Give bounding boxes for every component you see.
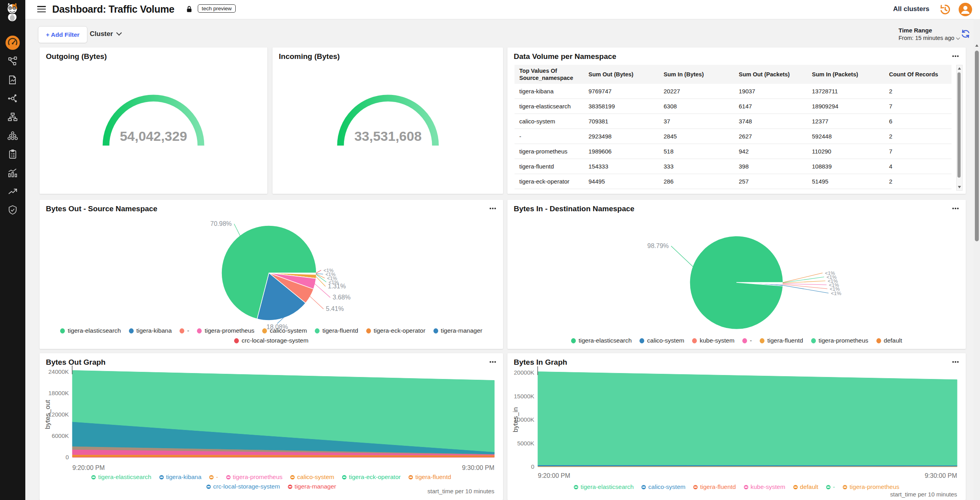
legend-item[interactable]: tigera-prometheus bbox=[843, 483, 899, 490]
legend-item[interactable]: tigera-fluentd bbox=[693, 483, 736, 490]
table-column-header: Sum In (Packets) bbox=[807, 69, 884, 80]
svg-text:bytes_out: bytes_out bbox=[44, 400, 51, 429]
cluster-filter-label: Cluster bbox=[90, 30, 113, 38]
table-column-header: Sum In (Bytes) bbox=[659, 69, 734, 80]
tech-preview-badge: tech preview bbox=[198, 4, 236, 13]
table-row: tigera-prometheus19896065189421102907 bbox=[515, 144, 952, 159]
legend-dot-icon bbox=[744, 485, 748, 489]
cluster-filter-dropdown[interactable]: Cluster bbox=[90, 30, 121, 38]
table-column-header: Sum Out (Packets) bbox=[734, 69, 807, 80]
table-header-row: Top Values Of Source_namespaceSum Out (B… bbox=[515, 65, 952, 84]
legend-item[interactable]: tigera-eck-operator bbox=[342, 473, 401, 480]
legend-item[interactable]: calico-system bbox=[639, 337, 684, 344]
legend-item[interactable]: - bbox=[180, 327, 189, 334]
legend-item[interactable]: tigera-elasticsearch bbox=[571, 337, 632, 344]
svg-text:9:30:00 PM: 9:30:00 PM bbox=[462, 464, 494, 471]
refresh-icon[interactable] bbox=[960, 28, 971, 41]
panel-bytes-out-pie: Bytes Out - Source Namespace <1%<1%<1%<1… bbox=[40, 200, 503, 349]
sidebar-item-sitemap[interactable] bbox=[0, 108, 25, 127]
menu-icon[interactable] bbox=[37, 6, 46, 13]
legend-item[interactable]: tigera-kibana bbox=[129, 327, 172, 334]
legend-item[interactable]: kube-system bbox=[744, 483, 785, 490]
svg-text:20000K: 20000K bbox=[514, 369, 534, 376]
legend-dot-icon bbox=[571, 338, 576, 343]
page-scrollbar[interactable] bbox=[974, 19, 980, 500]
history-icon[interactable] bbox=[939, 3, 952, 17]
legend-dot-icon bbox=[159, 475, 164, 479]
legend-item[interactable]: calico-system bbox=[290, 473, 334, 480]
sidebar-item-trends[interactable] bbox=[0, 183, 25, 201]
sidebar-item-dashboard[interactable] bbox=[0, 34, 25, 53]
sidebar-item-metrics[interactable] bbox=[0, 164, 25, 183]
table-row: calico-system709381373748123776 bbox=[515, 114, 952, 129]
table-row: tigera-fluentd1543333333981088394 bbox=[515, 159, 952, 174]
x-axis-footer: start_time per 10 minutes bbox=[428, 488, 494, 494]
add-filter-button[interactable]: + Add Filter bbox=[38, 26, 87, 43]
gauge-value: 54,042,329 bbox=[120, 129, 187, 144]
legend-item[interactable]: tigera-prometheus bbox=[226, 473, 283, 480]
legend-dot-icon bbox=[209, 475, 214, 479]
legend-dot-icon bbox=[826, 485, 831, 489]
legend-item[interactable]: default bbox=[793, 483, 819, 490]
legend-dot-icon bbox=[693, 485, 698, 489]
cluster-circles-icon bbox=[8, 131, 18, 142]
legend-item[interactable]: calico-system bbox=[262, 327, 307, 334]
legend-dot-icon bbox=[315, 328, 320, 333]
sidebar-item-cluster[interactable] bbox=[0, 127, 25, 146]
legend-item[interactable]: tigera-fluentd bbox=[315, 327, 358, 334]
sitemap-icon bbox=[8, 112, 18, 124]
sidebar-item-topology[interactable] bbox=[0, 53, 25, 71]
legend-item[interactable]: tigera-prometheus bbox=[197, 327, 254, 334]
bytes-in-pie-chart: <1%<1%<1%<1%<1%<1%98.79% bbox=[507, 200, 966, 349]
legend-item[interactable]: tigera-elasticsearch bbox=[60, 327, 121, 334]
legend-item[interactable]: tigera-fluentd bbox=[760, 337, 803, 344]
scroll-down-icon[interactable] bbox=[958, 186, 961, 188]
legend-dot-icon bbox=[433, 328, 438, 333]
legend-dot-icon bbox=[342, 475, 346, 479]
app-logo-cat[interactable] bbox=[3, 2, 22, 24]
panel-title: Data Volume per Namespace bbox=[514, 52, 616, 61]
svg-text:9:20:00 PM: 9:20:00 PM bbox=[72, 464, 105, 471]
sidebar bbox=[0, 0, 25, 500]
sidebar-item-graph-nodes[interactable] bbox=[0, 90, 25, 108]
sidebar-nav bbox=[0, 34, 25, 220]
legend-item[interactable]: tigera-kibana bbox=[159, 473, 202, 480]
legend-dot-icon bbox=[226, 475, 231, 479]
legend-item[interactable]: tigera-manager bbox=[433, 327, 482, 334]
legend-item[interactable]: - bbox=[742, 337, 752, 344]
legend-item[interactable]: kube-system bbox=[692, 337, 734, 344]
sidebar-item-report[interactable] bbox=[0, 146, 25, 164]
clusters-label[interactable]: All clusters bbox=[893, 5, 929, 13]
area-series bbox=[538, 372, 957, 466]
sidebar-item-security[interactable] bbox=[0, 201, 25, 220]
table-scrollbar[interactable] bbox=[956, 65, 963, 191]
time-range-value[interactable]: From: 15 minutes ago bbox=[899, 35, 966, 41]
legend-dot-icon bbox=[742, 338, 747, 343]
legend-item[interactable]: default bbox=[876, 337, 902, 344]
panel-title: Incoming (Bytes) bbox=[279, 52, 340, 61]
user-avatar[interactable] bbox=[959, 3, 972, 16]
legend-item[interactable]: tigera-manager bbox=[288, 483, 336, 490]
legend-item[interactable]: tigera-eck-operator bbox=[366, 327, 426, 334]
sidebar-item-policy-edit[interactable] bbox=[0, 71, 25, 90]
pie-slice[interactable] bbox=[690, 236, 783, 330]
table-row: tigera-eck-operator94495286257514952 bbox=[515, 174, 952, 189]
legend-item[interactable]: tigera-elasticsearch bbox=[91, 473, 151, 480]
legend-item[interactable]: tigera-elasticsearch bbox=[574, 483, 634, 490]
panel-bytes-in-pie: Bytes In - Destination Namespace <1%<1%<… bbox=[507, 200, 966, 349]
legend-item[interactable]: calico-system bbox=[641, 483, 685, 490]
legend-dot-icon bbox=[60, 328, 65, 333]
scroll-up-icon[interactable] bbox=[958, 67, 961, 70]
svg-text:9:30:00 PM: 9:30:00 PM bbox=[925, 472, 957, 479]
legend-item[interactable]: - bbox=[826, 483, 835, 490]
legend-item[interactable]: - bbox=[209, 473, 218, 480]
legend-item[interactable]: tigera-prometheus bbox=[811, 337, 868, 344]
legend-item[interactable]: crc-local-storage-system bbox=[234, 337, 308, 344]
more-options-icon[interactable] bbox=[952, 55, 959, 57]
legend-item[interactable]: crc-local-storage-system bbox=[206, 483, 280, 490]
legend-item[interactable]: tigera-fluentd bbox=[409, 473, 451, 480]
scroll-up-icon[interactable] bbox=[975, 44, 978, 47]
table-column-header: Sum Out (Bytes) bbox=[584, 69, 659, 80]
lock-icon bbox=[185, 5, 193, 15]
svg-text:18000K: 18000K bbox=[48, 390, 69, 396]
